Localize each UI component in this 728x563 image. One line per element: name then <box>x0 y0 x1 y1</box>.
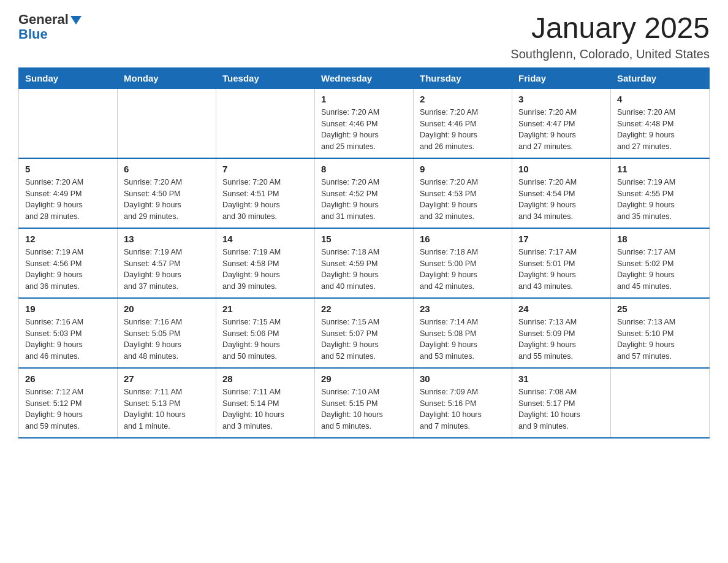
week-row-5: 26Sunrise: 7:12 AM Sunset: 5:12 PM Dayli… <box>19 368 710 438</box>
day-info: Sunrise: 7:19 AM Sunset: 4:57 PM Dayligh… <box>124 247 210 293</box>
day-number: 9 <box>420 164 506 174</box>
day-number: 7 <box>222 164 308 174</box>
calendar-cell: 13Sunrise: 7:19 AM Sunset: 4:57 PM Dayli… <box>118 228 216 298</box>
day-info: Sunrise: 7:19 AM Sunset: 4:56 PM Dayligh… <box>25 247 111 293</box>
calendar-cell: 2Sunrise: 7:20 AM Sunset: 4:46 PM Daylig… <box>414 88 512 158</box>
day-info: Sunrise: 7:11 AM Sunset: 5:14 PM Dayligh… <box>222 386 308 432</box>
calendar-title: January 2025 <box>510 12 710 45</box>
calendar-cell: 29Sunrise: 7:10 AM Sunset: 5:15 PM Dayli… <box>315 368 414 438</box>
calendar-cell: 10Sunrise: 7:20 AM Sunset: 4:54 PM Dayli… <box>512 158 611 228</box>
day-number: 16 <box>420 234 506 244</box>
day-number: 24 <box>518 304 604 314</box>
day-info: Sunrise: 7:20 AM Sunset: 4:52 PM Dayligh… <box>321 177 407 223</box>
logo-arrow-icon <box>70 16 82 27</box>
weekday-header-thursday: Thursday <box>414 67 512 88</box>
day-info: Sunrise: 7:19 AM Sunset: 4:55 PM Dayligh… <box>617 177 703 223</box>
weekday-header-row: SundayMondayTuesdayWednesdayThursdayFrid… <box>19 67 710 88</box>
weekday-header-tuesday: Tuesday <box>216 67 315 88</box>
day-number: 2 <box>420 94 506 104</box>
calendar-cell: 28Sunrise: 7:11 AM Sunset: 5:14 PM Dayli… <box>216 368 315 438</box>
day-number: 25 <box>617 304 703 314</box>
day-number: 23 <box>420 304 506 314</box>
day-info: Sunrise: 7:15 AM Sunset: 5:07 PM Dayligh… <box>321 316 407 362</box>
title-block: January 2025 Southglenn, Colorado, Unite… <box>510 12 710 61</box>
calendar-cell <box>19 88 118 158</box>
calendar-cell: 1Sunrise: 7:20 AM Sunset: 4:46 PM Daylig… <box>315 88 414 158</box>
day-number: 31 <box>518 373 604 384</box>
calendar-cell: 22Sunrise: 7:15 AM Sunset: 5:07 PM Dayli… <box>315 298 414 368</box>
day-info: Sunrise: 7:18 AM Sunset: 5:00 PM Dayligh… <box>420 247 506 293</box>
day-info: Sunrise: 7:17 AM Sunset: 5:01 PM Dayligh… <box>518 247 604 293</box>
calendar-cell: 31Sunrise: 7:08 AM Sunset: 5:17 PM Dayli… <box>512 368 611 438</box>
calendar-cell <box>216 88 315 158</box>
weekday-header-sunday: Sunday <box>19 67 118 88</box>
day-number: 29 <box>321 373 407 384</box>
logo-text: General Blue <box>18 12 82 42</box>
calendar-cell <box>611 368 710 438</box>
day-number: 11 <box>617 164 703 174</box>
calendar-subtitle: Southglenn, Colorado, United States <box>510 47 710 61</box>
day-info: Sunrise: 7:20 AM Sunset: 4:48 PM Dayligh… <box>617 107 703 153</box>
day-info: Sunrise: 7:20 AM Sunset: 4:54 PM Dayligh… <box>518 177 604 223</box>
day-number: 6 <box>124 164 210 174</box>
day-number: 5 <box>25 164 111 174</box>
calendar-cell: 9Sunrise: 7:20 AM Sunset: 4:53 PM Daylig… <box>414 158 512 228</box>
day-info: Sunrise: 7:09 AM Sunset: 5:16 PM Dayligh… <box>420 386 506 432</box>
day-number: 4 <box>617 94 703 104</box>
day-info: Sunrise: 7:20 AM Sunset: 4:50 PM Dayligh… <box>124 177 210 223</box>
page-header: General Blue January 2025 Southglenn, Co… <box>18 12 710 61</box>
day-info: Sunrise: 7:20 AM Sunset: 4:53 PM Dayligh… <box>420 177 506 223</box>
day-number: 13 <box>124 234 210 244</box>
day-number: 19 <box>25 304 111 314</box>
day-number: 14 <box>222 234 308 244</box>
calendar-cell: 16Sunrise: 7:18 AM Sunset: 5:00 PM Dayli… <box>414 228 512 298</box>
calendar-cell: 23Sunrise: 7:14 AM Sunset: 5:08 PM Dayli… <box>414 298 512 368</box>
day-number: 22 <box>321 304 407 314</box>
day-number: 26 <box>25 373 111 384</box>
day-info: Sunrise: 7:15 AM Sunset: 5:06 PM Dayligh… <box>222 316 308 362</box>
day-number: 21 <box>222 304 308 314</box>
day-number: 12 <box>25 234 111 244</box>
day-number: 10 <box>518 164 604 174</box>
day-info: Sunrise: 7:17 AM Sunset: 5:02 PM Dayligh… <box>617 247 703 293</box>
logo-general: General <box>18 12 69 27</box>
weekday-header-monday: Monday <box>118 67 216 88</box>
day-number: 18 <box>617 234 703 244</box>
calendar-cell: 25Sunrise: 7:13 AM Sunset: 5:10 PM Dayli… <box>611 298 710 368</box>
calendar-cell: 6Sunrise: 7:20 AM Sunset: 4:50 PM Daylig… <box>118 158 216 228</box>
day-number: 27 <box>124 373 210 384</box>
day-number: 1 <box>321 94 407 104</box>
weekday-header-friday: Friday <box>512 67 611 88</box>
calendar-cell: 26Sunrise: 7:12 AM Sunset: 5:12 PM Dayli… <box>19 368 118 438</box>
calendar-cell: 20Sunrise: 7:16 AM Sunset: 5:05 PM Dayli… <box>118 298 216 368</box>
day-info: Sunrise: 7:20 AM Sunset: 4:49 PM Dayligh… <box>25 177 111 223</box>
calendar-cell: 19Sunrise: 7:16 AM Sunset: 5:03 PM Dayli… <box>19 298 118 368</box>
day-number: 30 <box>420 373 506 384</box>
day-info: Sunrise: 7:08 AM Sunset: 5:17 PM Dayligh… <box>518 386 604 432</box>
calendar-cell <box>118 88 216 158</box>
calendar-cell: 8Sunrise: 7:20 AM Sunset: 4:52 PM Daylig… <box>315 158 414 228</box>
day-info: Sunrise: 7:20 AM Sunset: 4:46 PM Dayligh… <box>321 107 407 153</box>
calendar-cell: 30Sunrise: 7:09 AM Sunset: 5:16 PM Dayli… <box>414 368 512 438</box>
week-row-1: 1Sunrise: 7:20 AM Sunset: 4:46 PM Daylig… <box>19 88 710 158</box>
logo-blue: Blue <box>18 26 48 42</box>
day-info: Sunrise: 7:13 AM Sunset: 5:09 PM Dayligh… <box>518 316 604 362</box>
day-info: Sunrise: 7:18 AM Sunset: 4:59 PM Dayligh… <box>321 247 407 293</box>
calendar-cell: 4Sunrise: 7:20 AM Sunset: 4:48 PM Daylig… <box>611 88 710 158</box>
calendar-cell: 3Sunrise: 7:20 AM Sunset: 4:47 PM Daylig… <box>512 88 611 158</box>
day-info: Sunrise: 7:20 AM Sunset: 4:46 PM Dayligh… <box>420 107 506 153</box>
calendar-cell: 21Sunrise: 7:15 AM Sunset: 5:06 PM Dayli… <box>216 298 315 368</box>
day-info: Sunrise: 7:16 AM Sunset: 5:05 PM Dayligh… <box>124 316 210 362</box>
calendar-cell: 7Sunrise: 7:20 AM Sunset: 4:51 PM Daylig… <box>216 158 315 228</box>
calendar-cell: 24Sunrise: 7:13 AM Sunset: 5:09 PM Dayli… <box>512 298 611 368</box>
day-number: 8 <box>321 164 407 174</box>
day-info: Sunrise: 7:13 AM Sunset: 5:10 PM Dayligh… <box>617 316 703 362</box>
calendar-cell: 17Sunrise: 7:17 AM Sunset: 5:01 PM Dayli… <box>512 228 611 298</box>
svg-marker-0 <box>70 16 82 25</box>
calendar-cell: 15Sunrise: 7:18 AM Sunset: 4:59 PM Dayli… <box>315 228 414 298</box>
weekday-header-saturday: Saturday <box>611 67 710 88</box>
week-row-3: 12Sunrise: 7:19 AM Sunset: 4:56 PM Dayli… <box>19 228 710 298</box>
week-row-2: 5Sunrise: 7:20 AM Sunset: 4:49 PM Daylig… <box>19 158 710 228</box>
day-number: 20 <box>124 304 210 314</box>
day-info: Sunrise: 7:19 AM Sunset: 4:58 PM Dayligh… <box>222 247 308 293</box>
